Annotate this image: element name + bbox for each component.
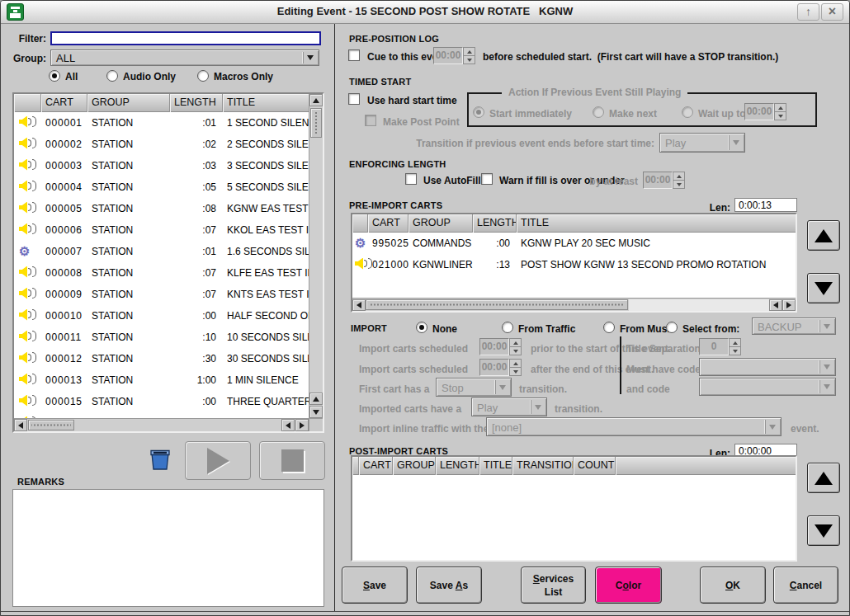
scroll-left-icon[interactable] (769, 299, 782, 311)
vscroll-thumb[interactable] (310, 108, 322, 138)
header-title[interactable]: TITLE (479, 457, 512, 475)
header-length[interactable]: LENGTH (170, 94, 223, 112)
table-row[interactable]: ⚙ 000011 STATION :10 10 SECONDS SILENCE (14, 327, 309, 348)
table-row[interactable]: ⚙ 000006 STATION :07 KKOL EAS TEST IN (14, 219, 309, 241)
hard-start-checkbox[interactable] (348, 93, 360, 105)
wait-up-to-radio[interactable] (682, 106, 693, 118)
header-length[interactable]: LENGTH (473, 214, 517, 233)
select-from-combobox[interactable]: BACKUP (752, 317, 836, 335)
table-row[interactable]: ⚙ 000007 STATION :01 1.6 SECONDS SILENCE (14, 241, 309, 262)
stop-button[interactable] (259, 441, 325, 480)
table-row[interactable]: ⚙ 000002 STATION :02 2 SECONDS SILENCE (14, 134, 309, 155)
make-post-point-checkbox[interactable] (365, 115, 376, 126)
import-select-from-radio[interactable] (666, 322, 678, 333)
header-icon-col[interactable] (14, 94, 41, 112)
must-have-code-combobox[interactable] (699, 358, 836, 376)
move-down-button[interactable] (807, 273, 840, 303)
scroll-left-icon[interactable] (14, 419, 27, 431)
header-cart[interactable]: CART (368, 214, 408, 233)
import-from-music-radio[interactable] (603, 322, 615, 333)
table-row[interactable]: ⚙ 000004 STATION :05 5 SECONDS SILENCE (14, 176, 309, 198)
scope-audio-only-radio[interactable] (106, 70, 118, 82)
header-group[interactable]: GROUP (87, 94, 170, 112)
warn-fill-checkbox[interactable] (481, 173, 493, 185)
spin-up-icon[interactable] (509, 338, 522, 347)
hscroll-thumb[interactable] (28, 420, 74, 430)
sched-after-spinbox[interactable]: 00:00 (479, 359, 522, 376)
import-from-traffic-radio[interactable] (502, 322, 513, 333)
save-as-button[interactable]: Save As (416, 567, 482, 604)
spin-down-icon[interactable] (509, 368, 522, 376)
spin-up-icon[interactable] (774, 103, 786, 112)
table-row[interactable]: ⚙ 021000 KGNWLINERS :13 POST SHOW KGNW 1… (352, 254, 796, 275)
table-row[interactable]: ⚙ 000015 STATION :00 THREE QUARTERS (14, 391, 309, 412)
spin-down-icon[interactable] (463, 56, 475, 64)
ok-button[interactable]: OK (700, 567, 766, 604)
header-transition[interactable]: TRANSITION (512, 457, 574, 475)
spin-down-icon[interactable] (673, 181, 685, 189)
color-button[interactable]: Color (595, 567, 662, 604)
services-list-button[interactable]: ServicesList (521, 567, 586, 604)
header-title[interactable]: TITLE (517, 214, 796, 233)
scroll-up-icon[interactable] (309, 94, 323, 106)
postimport-body[interactable] (352, 475, 796, 560)
cue-to-event-checkbox[interactable] (348, 49, 360, 61)
start-immediately-radio[interactable] (473, 106, 484, 118)
scroll-left-icon[interactable] (281, 419, 295, 431)
table-row[interactable]: ⚙ (14, 412, 309, 418)
table-row[interactable]: ⚙ 000009 STATION :07 KNTS EAS TEST IN (14, 284, 309, 305)
save-button[interactable]: Save (342, 567, 408, 604)
header-group[interactable]: GROUP (408, 214, 473, 233)
move-up-button[interactable] (807, 463, 840, 493)
header-icon-col[interactable] (352, 457, 359, 475)
scope-all-radio[interactable] (49, 70, 60, 82)
table-row[interactable]: ⚙ 000001 STATION :01 1 SECOND SILENCE (14, 112, 309, 134)
imported-carts-transition-combobox[interactable]: Play (471, 397, 547, 416)
spin-up-icon[interactable] (729, 338, 741, 347)
header-cart[interactable]: CART (41, 94, 87, 112)
close-icon[interactable]: × (821, 3, 843, 21)
import-none-radio[interactable] (416, 322, 427, 333)
scroll-right-icon[interactable] (295, 419, 309, 431)
table-row[interactable]: ⚙ 000003 STATION :03 3 SECONDS SILENCE (14, 155, 309, 176)
make-next-radio[interactable] (593, 106, 604, 118)
scope-macros-only-radio[interactable] (197, 70, 209, 82)
warn-time-spinbox[interactable]: 00:00 (643, 172, 685, 189)
preimport-len-field[interactable]: 0:00:13 (734, 198, 797, 212)
scroll-left-icon[interactable] (352, 299, 366, 311)
wait-time-spinbox[interactable]: 00:00 (744, 103, 786, 120)
transition-combobox[interactable]: Play (659, 133, 745, 153)
move-down-button[interactable] (807, 515, 840, 546)
spin-down-icon[interactable] (729, 347, 741, 355)
table-row[interactable]: ⚙ 000010 STATION :00 HALF SECOND OF (14, 305, 309, 327)
spin-up-icon[interactable] (509, 359, 522, 368)
use-autofill-checkbox[interactable] (405, 173, 417, 185)
trash-icon[interactable] (147, 446, 173, 476)
title-separation-spinbox[interactable]: 0 (699, 338, 741, 355)
first-cart-transition-combobox[interactable]: Stop (436, 378, 512, 397)
and-code-combobox[interactable] (699, 378, 836, 396)
scroll-up-icon[interactable] (309, 393, 323, 405)
group-combobox[interactable]: ALL (50, 49, 319, 66)
header-title[interactable]: TITLE (223, 94, 309, 112)
hscroll-track[interactable] (629, 299, 769, 311)
table-row[interactable]: ⚙ 000005 STATION :08 KGNW EAS TEST IN (14, 198, 309, 219)
header-length[interactable]: LENGTH (436, 457, 479, 475)
spin-up-icon[interactable] (463, 47, 475, 56)
scroll-right-icon[interactable] (782, 299, 796, 311)
spin-up-icon[interactable] (673, 172, 685, 181)
sched-prior-spinbox[interactable]: 00:00 (479, 338, 522, 355)
maximize-icon[interactable]: ↑ (797, 3, 819, 21)
header-group[interactable]: GROUP (393, 457, 436, 475)
cancel-button[interactable]: Cancel (773, 567, 838, 604)
header-cart[interactable]: CART (359, 457, 393, 475)
scroll-down-icon[interactable] (309, 406, 323, 418)
hscroll-thumb[interactable] (366, 299, 628, 310)
inline-traffic-combobox[interactable]: [none] (486, 417, 782, 436)
vertical-scrollbar[interactable] (309, 94, 323, 418)
spin-down-icon[interactable] (509, 347, 522, 355)
table-row[interactable]: ⚙ 000012 STATION :30 30 SECONDS SILENCE (14, 348, 309, 369)
remarks-input[interactable] (12, 489, 324, 607)
spin-down-icon[interactable] (774, 112, 786, 120)
table-row[interactable]: ⚙ 000013 STATION 1:00 1 MIN SILENCE (14, 369, 309, 391)
